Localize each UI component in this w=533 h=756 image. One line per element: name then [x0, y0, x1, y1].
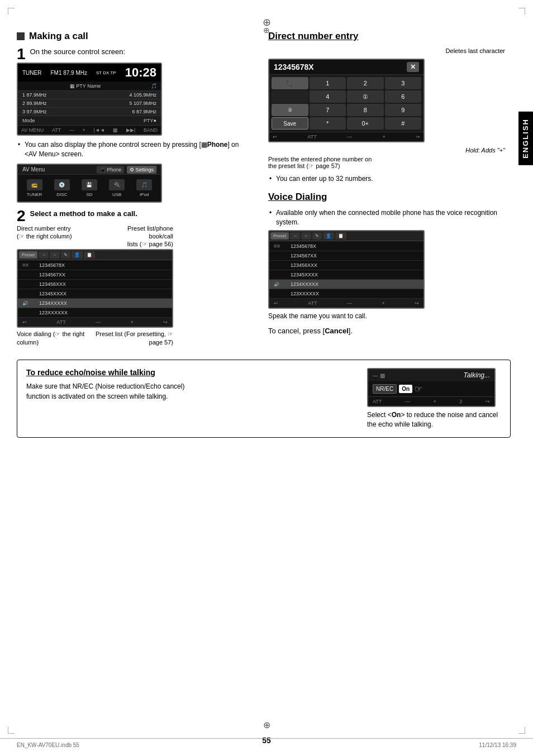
annot-direct-entry: Direct number entry(☞ the right column) [17, 224, 72, 248]
preset-number-1: 12345678X [39, 262, 65, 268]
preset-list-item-3[interactable]: 123456XXX [18, 280, 172, 289]
ipod-icon: 🎵 [136, 179, 152, 190]
preset-list-item-1[interactable]: ≡≡ 12345678X [18, 260, 172, 270]
phone-tab[interactable]: 📱 Phone [97, 166, 125, 174]
echo-noise-box: To reduce echo/noise while talking Make … [17, 360, 511, 438]
voice-list-item-6[interactable]: 123XXXXXX [269, 289, 423, 299]
voice-tab-contact[interactable]: 👤 [323, 232, 334, 240]
step2-top-annots: Direct number entry(☞ the right column) … [17, 224, 173, 248]
forward-icon-voice: ↪ [415, 300, 419, 306]
voice-tab-edit[interactable]: ✎ [312, 232, 322, 240]
on-label[interactable]: On [399, 385, 412, 393]
av-item-tuner[interactable]: 📻 TUNER [27, 179, 42, 197]
delete-button[interactable]: ✕ [407, 62, 419, 72]
bullet-text-before: You can also display the phone control s… [25, 141, 201, 149]
voice-list-item-3[interactable]: 123456XXX [269, 261, 423, 270]
key-1[interactable]: 1 [310, 77, 346, 89]
heading-box-icon [17, 32, 25, 40]
att-num: ATT [307, 134, 316, 140]
av-menu-title: AV Menu [22, 166, 45, 173]
tuner-freq: FM1 87.9 MHz [50, 70, 87, 76]
corner-mark-br [518, 727, 525, 734]
plus-voice: + [382, 300, 384, 306]
tab-arrow-left[interactable]: ← [50, 251, 60, 259]
talking-bottom: ATT — + 2 ↪ [368, 396, 494, 406]
av-menu-ctrl: AV MENU [21, 127, 44, 133]
preset-list-item-6[interactable]: 123XXXXXX [18, 308, 172, 318]
voice-number-6: 123XXXXXX [291, 291, 319, 296]
preset-icon-1: ≡≡ [22, 262, 39, 268]
voice-list: ≡≡ 12345678X 1234567XX 123456XXX 12345XX… [269, 241, 423, 299]
step-1: 1 On the source control screen: [17, 47, 251, 56]
av-item-usb[interactable]: 🔌 USB [109, 179, 125, 197]
step-2: 2 Select a method to make a call. [17, 209, 251, 218]
making-call-section: Making a call [17, 31, 251, 42]
minus-num: — [347, 134, 352, 140]
voice-list-item-4[interactable]: 12345XXXX [269, 270, 423, 280]
key-3[interactable]: 3 [385, 77, 422, 89]
tuner-bottom-bar: Mode PTY● [18, 116, 161, 125]
2-talking: 2 [459, 399, 462, 404]
key-star[interactable]: * [310, 117, 346, 130]
settings-tab[interactable]: ⚙ Settings [127, 166, 156, 174]
key-7[interactable]: 7 [310, 104, 346, 116]
echo-box-text: To reduce echo/noise while talking Make … [26, 368, 356, 401]
pty-name: PTY Name [76, 83, 101, 89]
av-item-disc[interactable]: 💿 DISC [54, 179, 70, 197]
annot-voice-dialing: Voice dialing (☞ the right column) [17, 330, 95, 346]
voice-list-item-2[interactable]: 1234567XX [269, 251, 423, 261]
tab-edit[interactable]: ✎ [61, 251, 70, 259]
ipod-item-label: iPod [140, 192, 149, 197]
key-5-label: ① [363, 93, 368, 101]
key-9[interactable]: 9 [385, 104, 422, 116]
dne-wrapper: Deletes last character 12345678X ✕ 📞 1 2 [268, 47, 511, 170]
pty-icon: ▦ [70, 83, 75, 89]
voice-tab-arrow-left[interactable]: ← [301, 232, 311, 240]
right-column: Direct number entry Deletes last charact… [268, 31, 511, 346]
minus-preset: — [96, 319, 101, 325]
voice-list-item-1[interactable]: ≡≡ 12345678X [269, 241, 423, 251]
left-column: Making a call 1 On the source control sc… [17, 31, 251, 346]
back-icon-num: ↩ [273, 134, 277, 140]
tab-preset[interactable]: Preset [19, 251, 37, 259]
tuner-top-bar: TUNER FM1 87.9 MHz ST DX TP 10:28 [18, 64, 161, 82]
band-ctrl: BAND [144, 127, 158, 133]
echo-caption: Select <On> to reduce the noise and canc… [367, 410, 501, 429]
tab-arrow-right[interactable]: → [39, 251, 49, 259]
tuner-item-label: TUNER [27, 192, 42, 197]
tab-list[interactable]: 📋 [84, 251, 95, 259]
key-8[interactable]: 8 [347, 104, 384, 116]
av-menu-body: 📻 TUNER 💿 DISC 💾 SD 🔌 USB [18, 175, 161, 202]
key-2[interactable]: 2 [347, 77, 384, 89]
voice-number-1: 12345678X [291, 243, 316, 249]
nrec-control: NR/EC On ☞ [373, 384, 422, 394]
preset-icon-5: 🔊 [22, 301, 39, 306]
tab-contact[interactable]: 👤 [72, 251, 83, 259]
av-item-ipod[interactable]: 🎵 iPod [136, 179, 152, 197]
preset-list-item-4[interactable]: 12345XXXX [18, 289, 172, 299]
voice-list-item-5[interactable]: 🔊 1234XXXXX [269, 280, 423, 289]
key-hash[interactable]: # [385, 117, 422, 130]
echo-text-line1: Make sure that NR/EC (Noise reduction/Ec… [26, 381, 356, 391]
preset-list-item-5[interactable]: 🔊 1234XXXXX [18, 299, 172, 308]
plus-num: + [382, 134, 385, 140]
key-6[interactable]: 6 [385, 90, 422, 103]
preset-list-item-2[interactable]: 1234567XX [18, 270, 172, 280]
talking-screen: — ▩ Talking... NR/EC On ☞ ATT — + 2 ↪ [367, 368, 496, 407]
key-phone[interactable]: 📞 [272, 77, 308, 89]
tuner-pty-badge: PTY● [144, 118, 156, 123]
preset-number-4: 12345XXXX [39, 291, 66, 296]
tuner-screen: TUNER FM1 87.9 MHz ST DX TP 10:28 ▦ PTY … [17, 63, 162, 136]
key-save[interactable]: Save [272, 117, 308, 130]
voice-tab-list[interactable]: 📋 [335, 232, 346, 240]
att-talking: ATT [373, 399, 382, 404]
av-item-sd[interactable]: 💾 SD [82, 179, 97, 197]
key-5-circle[interactable]: ① [347, 90, 384, 103]
station-1-left: 1 87.9MHz [22, 92, 47, 98]
key-circle-2[interactable]: ② [272, 104, 308, 116]
key-0plus[interactable]: 0+ [347, 117, 384, 130]
voice-tab-arrow-right[interactable]: → [290, 232, 300, 240]
step-2-number: 2 [17, 208, 26, 224]
voice-tab-preset[interactable]: Preset [270, 232, 289, 240]
key-4[interactable]: 4 [310, 90, 346, 103]
